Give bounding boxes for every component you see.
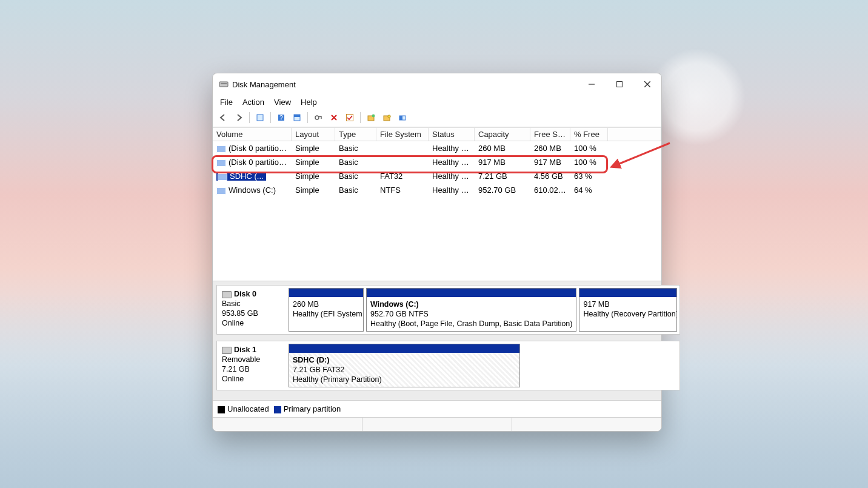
legend: Unallocated Primary partition bbox=[213, 400, 661, 417]
statusbar bbox=[213, 417, 661, 431]
delete-icon[interactable] bbox=[327, 111, 341, 124]
minimize-button[interactable] bbox=[578, 75, 606, 94]
disk-card[interactable]: Disk 1Removable7.21 GBOnlineSDHC (D:)7.2… bbox=[216, 341, 680, 390]
svg-text:?: ? bbox=[279, 115, 283, 121]
toolbar-separator bbox=[270, 112, 271, 123]
back-icon[interactable] bbox=[216, 111, 230, 124]
menu-file[interactable]: File bbox=[216, 96, 236, 108]
col-volume[interactable]: Volume bbox=[213, 128, 292, 141]
help-icon[interactable]: ? bbox=[275, 111, 288, 124]
svg-rect-20 bbox=[399, 116, 402, 120]
partition[interactable]: 917 MBHealthy (Recovery Partition) bbox=[579, 288, 677, 332]
window-title: Disk Management bbox=[232, 80, 578, 89]
close-button[interactable] bbox=[633, 75, 661, 94]
check-icon[interactable] bbox=[343, 111, 356, 124]
svg-rect-6 bbox=[257, 115, 263, 121]
drive-icon bbox=[216, 187, 226, 195]
legend-unallocated: Unallocated bbox=[218, 404, 269, 413]
legend-primary: Primary partition bbox=[274, 404, 341, 413]
toolbar-separator bbox=[307, 112, 308, 123]
disk-management-window: Disk Management File Action View Help ? … bbox=[212, 73, 662, 432]
col-capacity[interactable]: Capacity bbox=[475, 128, 530, 141]
volume-list-body[interactable]: (Disk 0 partition 1)SimpleBasicHealthy (… bbox=[213, 141, 661, 281]
toolbar-separator bbox=[360, 112, 361, 123]
drive-icon bbox=[216, 159, 226, 167]
extend-icon[interactable] bbox=[396, 111, 409, 124]
svg-point-11 bbox=[315, 116, 319, 119]
disk-icon bbox=[222, 347, 232, 354]
drive-icon bbox=[218, 173, 227, 181]
security-icon[interactable] bbox=[380, 111, 393, 124]
refresh-icon[interactable] bbox=[312, 111, 325, 124]
col-status[interactable]: Status bbox=[429, 128, 475, 141]
titlebar[interactable]: Disk Management bbox=[213, 73, 661, 95]
partition[interactable]: 260 MBHealthy (EFI System P bbox=[289, 288, 364, 332]
menu-view[interactable]: View bbox=[270, 96, 295, 108]
col-filesystem[interactable]: File System bbox=[376, 128, 429, 141]
volume-list-header[interactable]: Volume Layout Type File System Status Ca… bbox=[213, 127, 661, 141]
volume-row[interactable]: SDHC (...SimpleBasicFAT32Healthy (P...7.… bbox=[213, 169, 661, 183]
svg-rect-3 bbox=[617, 82, 623, 87]
graphical-view: Disk 0Basic953.85 GBOnline260 MBHealthy … bbox=[213, 281, 661, 400]
svg-rect-1 bbox=[221, 83, 227, 84]
svg-rect-10 bbox=[294, 115, 300, 117]
disk-card[interactable]: Disk 0Basic953.85 GBOnline260 MBHealthy … bbox=[216, 285, 680, 335]
col-blank[interactable] bbox=[608, 128, 661, 141]
drive-icon bbox=[216, 145, 226, 153]
menu-help[interactable]: Help bbox=[297, 96, 321, 108]
col-type[interactable]: Type bbox=[335, 128, 376, 141]
partition[interactable]: Windows (C:)952.70 GB NTFSHealthy (Boot,… bbox=[366, 288, 576, 332]
properties-icon[interactable] bbox=[253, 111, 267, 124]
toolbar-separator bbox=[249, 112, 250, 123]
app-icon bbox=[219, 79, 229, 89]
svg-point-16 bbox=[372, 115, 375, 118]
volume-list: Volume Layout Type File System Status Ca… bbox=[213, 127, 661, 281]
partition[interactable]: SDHC (D:)7.21 GB FAT32Healthy (Primary P… bbox=[289, 344, 520, 387]
toolbar: ? bbox=[213, 110, 661, 127]
maximize-button[interactable] bbox=[606, 75, 633, 94]
disk-partitions: 260 MBHealthy (EFI System PWindows (C:)9… bbox=[289, 286, 679, 334]
disk-partitions: SDHC (D:)7.21 GB FAT32Healthy (Primary P… bbox=[289, 341, 679, 390]
menu-action[interactable]: Action bbox=[239, 96, 268, 108]
disk-icon bbox=[222, 291, 232, 298]
view-top-icon[interactable] bbox=[290, 111, 304, 124]
disk-info: Disk 1Removable7.21 GBOnline bbox=[217, 341, 289, 390]
svg-point-18 bbox=[388, 115, 390, 118]
volume-row[interactable]: Windows (C:)SimpleBasicNTFSHealthy (B...… bbox=[213, 183, 661, 197]
new-folder-icon[interactable] bbox=[364, 111, 378, 124]
col-layout[interactable]: Layout bbox=[292, 128, 335, 141]
forward-icon[interactable] bbox=[232, 111, 245, 124]
volume-row[interactable]: (Disk 0 partition 4)SimpleBasicHealthy (… bbox=[213, 155, 661, 169]
menubar: File Action View Help bbox=[213, 95, 661, 110]
col-pct-free[interactable]: % Free bbox=[570, 128, 608, 141]
disk-info: Disk 0Basic953.85 GBOnline bbox=[217, 286, 289, 334]
col-free-space[interactable]: Free Sp... bbox=[530, 128, 570, 141]
volume-row[interactable]: (Disk 0 partition 1)SimpleBasicHealthy (… bbox=[213, 141, 661, 155]
